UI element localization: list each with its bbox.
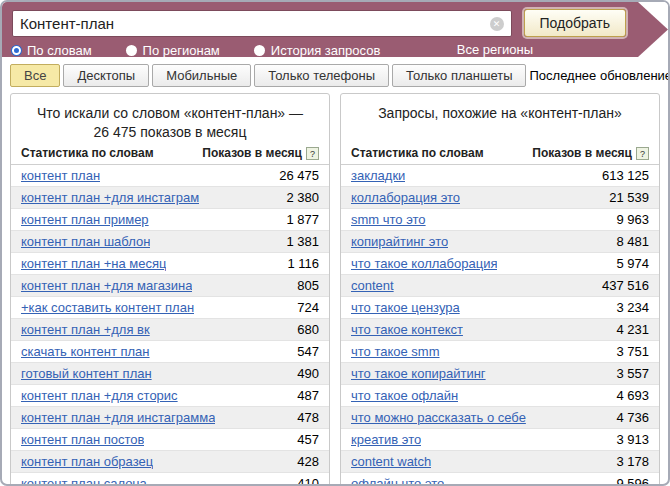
keyword-link[interactable]: контент план +для вк <box>21 322 150 337</box>
device-tab[interactable]: Все <box>10 64 60 87</box>
device-tabs-row: ВсеДесктопыМобильныеТолько телефоныТольк… <box>2 57 668 87</box>
clear-icon[interactable]: ✕ <box>490 17 504 31</box>
keyword-link[interactable]: контент план +для сторис <box>21 388 178 403</box>
table-row: копирайтинг это 8 481 <box>341 231 659 253</box>
radio-icon <box>126 45 137 56</box>
all-regions-link[interactable]: Все регионы <box>457 42 533 58</box>
keyword-link[interactable]: что такое коллаборация <box>351 256 497 271</box>
search-bar-main: ✕ Подобрать По словам По регионам Истори… <box>2 2 638 57</box>
table-row: smm что это 9 963 <box>341 209 659 231</box>
table-row: скачать контент план 547 <box>11 341 329 363</box>
left-panel: Что искали со словом «контент-план» — 26… <box>10 93 330 486</box>
keyword-link[interactable]: контент план +на месяц <box>21 256 166 271</box>
table-row: контент план шаблон 1 381 <box>11 231 329 253</box>
keyword-link[interactable]: готовый контент план <box>21 366 152 381</box>
table-row: +как составить контент план 724 <box>11 297 329 319</box>
left-table-body: контент план 26 475 контент план +для ин… <box>11 165 329 486</box>
keyword-link[interactable]: скачать контент план <box>21 344 150 359</box>
keyword-link[interactable]: офлайн что это <box>351 476 444 486</box>
keyword-link[interactable]: smm что это <box>351 212 426 227</box>
col-keyword-header: Статистика по словам <box>21 146 154 160</box>
keyword-link[interactable]: контент план шаблон <box>21 234 150 249</box>
table-row: готовый контент план 490 <box>11 363 329 385</box>
table-row: что можно рассказать о себе 4 736 <box>341 407 659 429</box>
device-tab[interactable]: Только телефоны <box>254 64 389 87</box>
radio-query-history-label: История запросов <box>271 43 381 58</box>
search-row: ✕ Подобрать <box>12 9 638 37</box>
keyword-link[interactable]: что такое офлайн <box>351 388 458 403</box>
keyword-link[interactable]: контент план +для инстаграмма <box>21 410 215 425</box>
search-mode-row: По словам По регионам История запросов В… <box>12 42 638 58</box>
shows-value: 9 963 <box>616 212 649 227</box>
right-table-body: закладки 613 125 коллаборация это 21 539… <box>341 165 659 486</box>
keyword-link[interactable]: контент план салона <box>21 476 147 486</box>
shows-value: 4 693 <box>616 388 649 403</box>
submit-button[interactable]: Подобрать <box>524 9 627 37</box>
table-row: коллаборация это 21 539 <box>341 187 659 209</box>
table-row: что такое коллаборация 5 974 <box>341 253 659 275</box>
radio-by-regions[interactable]: По регионам <box>126 43 220 58</box>
help-icon[interactable]: ? <box>636 147 649 160</box>
table-row: content 437 516 <box>341 275 659 297</box>
radio-by-words-label: По словам <box>27 43 92 58</box>
col-keyword-header: Статистика по словам <box>351 146 484 160</box>
table-row: контент план салона 410 <box>11 473 329 486</box>
right-table-header: Статистика по словам Показов в месяц ? <box>341 142 659 165</box>
radio-query-history[interactable]: История запросов <box>254 43 381 58</box>
shows-value: 613 125 <box>602 168 649 183</box>
radio-by-words[interactable]: По словам <box>12 43 92 58</box>
keyword-link[interactable]: что такое копирайтинг <box>351 366 486 381</box>
right-panel: Запросы, похожие на «контент-план» Стати… <box>340 93 660 486</box>
device-tab[interactable]: Десктопы <box>63 64 149 87</box>
radio-icon <box>254 45 265 56</box>
keyword-link[interactable]: что можно рассказать о себе <box>351 410 526 425</box>
left-table-header: Статистика по словам Показов в месяц ? <box>11 142 329 165</box>
keyword-link[interactable]: закладки <box>351 168 405 183</box>
keyword-link[interactable]: контент план <box>21 168 100 183</box>
keyword-link[interactable]: контент план постов <box>21 432 144 447</box>
table-row: что такое smm 3 751 <box>341 341 659 363</box>
keyword-link[interactable]: что такое цензура <box>351 300 460 315</box>
search-box: ✕ <box>12 10 512 37</box>
keyword-link[interactable]: креатив это <box>351 432 421 447</box>
keyword-link[interactable]: контент план образец <box>21 454 153 469</box>
shows-value: 3 913 <box>616 432 649 447</box>
shows-value: 26 475 <box>279 168 319 183</box>
shows-value: 457 <box>297 432 319 447</box>
shows-value: 437 516 <box>602 278 649 293</box>
table-row: контент план +для вк 680 <box>11 319 329 341</box>
keyword-link[interactable]: что такое контекст <box>351 322 463 337</box>
table-row: контент план +для магазина 805 <box>11 275 329 297</box>
shows-value: 5 974 <box>616 256 649 271</box>
keyword-link[interactable]: копирайтинг это <box>351 234 448 249</box>
keyword-link[interactable]: content <box>351 278 394 293</box>
keyword-link[interactable]: контент план +для инстаграм <box>21 190 199 205</box>
shows-value: 478 <box>297 410 319 425</box>
keyword-link[interactable]: что такое smm <box>351 344 440 359</box>
shows-value: 805 <box>297 278 319 293</box>
shows-value: 9 596 <box>616 476 649 486</box>
shows-value: 2 380 <box>286 190 319 205</box>
keyword-link[interactable]: content watch <box>351 454 431 469</box>
shows-value: 724 <box>297 300 319 315</box>
table-row: контент план +для инстаграмма 478 <box>11 407 329 429</box>
shows-value: 428 <box>297 454 319 469</box>
table-row: креатив это 3 913 <box>341 429 659 451</box>
table-row: контент план 26 475 <box>11 165 329 187</box>
shows-value: 1 381 <box>286 234 319 249</box>
device-tab[interactable]: Мобильные <box>152 64 251 87</box>
keyword-link[interactable]: контент план пример <box>21 212 149 227</box>
table-row: контент план +на месяц 1 116 <box>11 253 329 275</box>
help-icon[interactable]: ? <box>306 147 319 160</box>
device-tab[interactable]: Только планшеты <box>392 64 526 87</box>
keyword-link[interactable]: +как составить контент план <box>21 300 194 315</box>
shows-value: 4 231 <box>616 322 649 337</box>
table-row: контент план +для инстаграм 2 380 <box>11 187 329 209</box>
shows-value: 3 234 <box>616 300 649 315</box>
wordstat-window: ✕ Подобрать По словам По регионам Истори… <box>0 0 670 486</box>
search-input[interactable] <box>12 10 512 37</box>
col-shows-header: Показов в месяц <box>202 146 302 160</box>
keyword-link[interactable]: контент план +для магазина <box>21 278 192 293</box>
table-row: content watch 3 178 <box>341 451 659 473</box>
keyword-link[interactable]: коллаборация это <box>351 190 460 205</box>
